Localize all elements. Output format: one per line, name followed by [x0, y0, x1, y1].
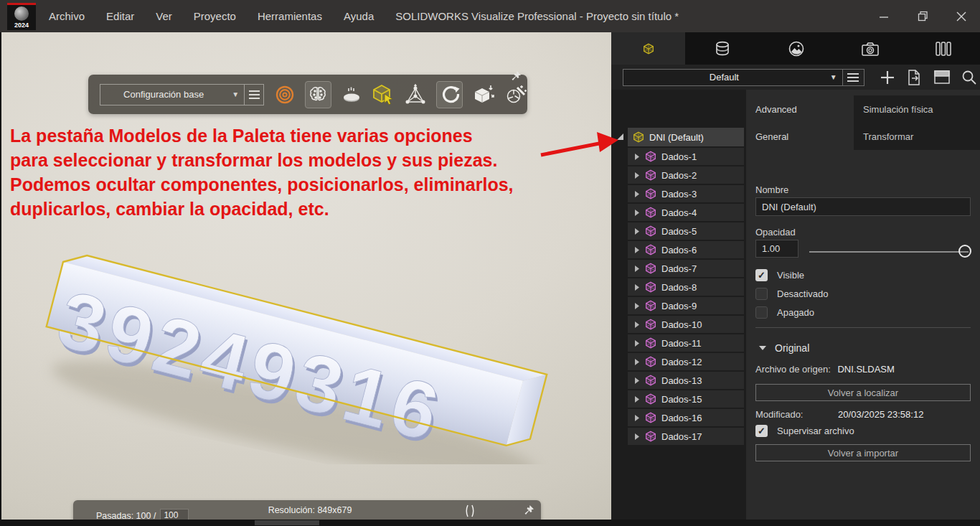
toolbar-pin-icon[interactable] [510, 70, 522, 82]
tree-item-dados-5[interactable]: Dados-5 [628, 222, 744, 240]
visible-checkbox[interactable]: ✓ [755, 269, 768, 281]
name-input[interactable]: DNI (Default) [755, 197, 971, 216]
annotation-text: La pestaña Modelos de la Paleta tiene va… [10, 123, 514, 221]
tree-item-dados-2[interactable]: Dados-2 [628, 166, 744, 184]
expander-icon[interactable] [634, 339, 640, 347]
expander-icon[interactable] [634, 321, 640, 329]
monitor-file-checkbox[interactable]: ✓ [755, 425, 768, 437]
tab-general[interactable]: General [746, 123, 854, 150]
scrollbar-thumb[interactable] [255, 520, 319, 525]
expander-icon[interactable] [634, 377, 640, 385]
tree-item-dados-6[interactable]: Dados-6 [628, 241, 744, 258]
config-menu-button[interactable] [245, 84, 264, 105]
expander-icon[interactable] [634, 414, 640, 422]
tab-options[interactable] [906, 32, 980, 65]
relocate-button[interactable]: Volver a localizar [755, 384, 971, 401]
tab-models[interactable] [611, 32, 685, 65]
model-select-icon[interactable] [372, 83, 395, 106]
expander-icon[interactable] [634, 433, 640, 441]
expander-icon[interactable] [634, 358, 640, 366]
opacity-slider-handle[interactable] [958, 245, 971, 258]
search-button[interactable] [958, 67, 980, 88]
preset-dropdown[interactable]: Default ▼ [623, 69, 843, 86]
tab-transformar[interactable]: Transformar [854, 123, 980, 150]
tree-item-dados-7[interactable]: Dados-7 [628, 260, 744, 277]
visible-row: ✓ Visible [755, 269, 804, 281]
expander-icon[interactable] [634, 172, 640, 179]
preset-menu-button[interactable] [843, 69, 864, 86]
export-button[interactable] [904, 67, 925, 88]
reimport-button[interactable]: Volver a importar [755, 444, 971, 461]
tree-item-dados-10[interactable]: Dados-10 [628, 316, 744, 333]
tree-item-dados-8[interactable]: Dados-8 [628, 278, 744, 296]
add-button[interactable] [877, 67, 899, 88]
annotation-line-4: duplicarlos, cambiar la opacidad, etc. [10, 197, 514, 221]
status-pin-icon[interactable] [523, 504, 534, 516]
desactivado-checkbox[interactable] [755, 288, 768, 300]
tree-item-label: Dados-2 [661, 170, 697, 181]
menu-herramientas[interactable]: Herramientas [258, 10, 322, 22]
rotate-active-box[interactable] [436, 81, 463, 108]
menu-editar[interactable]: Editar [106, 10, 134, 22]
split-view-button[interactable] [931, 67, 953, 88]
camera-effects-icon[interactable] [504, 83, 527, 106]
turntable-icon[interactable] [341, 83, 363, 106]
opacity-slider[interactable] [809, 251, 969, 253]
expander-icon[interactable] [634, 395, 640, 403]
expander-icon[interactable] [634, 153, 640, 161]
tab-simulacion-fisica[interactable]: Simulación física [854, 95, 980, 123]
tab-advanced[interactable]: Advanced [746, 95, 854, 123]
expander-icon[interactable] [634, 246, 640, 254]
pivot-icon[interactable] [404, 83, 427, 106]
passes-input[interactable]: 100 [160, 509, 189, 520]
denoiser-active-box[interactable] [305, 81, 331, 108]
expander-icon[interactable] [634, 283, 640, 291]
part-cube-icon [645, 356, 656, 367]
render-viewport[interactable]: 39249316 39249316 Configuración base ▼ [0, 32, 611, 520]
tree-item-dados-1[interactable]: Dados-1 [628, 148, 744, 165]
tree-item-dados-3[interactable]: Dados-3 [628, 185, 744, 202]
tree-item-root[interactable]: DNI (Default) [628, 128, 744, 146]
tab-environments[interactable] [759, 32, 833, 65]
horizontal-scrollbar[interactable] [0, 520, 980, 526]
tree-item-dados-9[interactable]: Dados-9 [628, 297, 744, 314]
expander-icon[interactable] [634, 302, 640, 310]
expander-icon[interactable] [634, 227, 640, 235]
tree-item-dados-15[interactable]: Dados-15 [628, 390, 744, 408]
restore-button[interactable] [908, 4, 937, 29]
part-cube-icon [645, 300, 656, 311]
tab-cameras[interactable] [833, 32, 907, 65]
chevron-down-icon: ▼ [825, 73, 842, 81]
render-target-icon[interactable] [273, 83, 296, 106]
part-cube-icon [645, 188, 656, 199]
part-cube-icon [645, 244, 656, 255]
tree-item-dados-11[interactable]: Dados-11 [628, 334, 744, 352]
model-dni-bar[interactable]: 39249316 39249316 [22, 227, 574, 464]
tab-appearances[interactable] [685, 32, 759, 65]
part-cube-icon [645, 281, 656, 293]
opacity-label: Opacidad [755, 227, 796, 238]
expander-icon[interactable] [634, 265, 640, 273]
tree-item-dados-12[interactable]: Dados-12 [628, 353, 744, 370]
expander-icon[interactable] [634, 209, 640, 217]
minimize-button[interactable] [870, 4, 898, 29]
part-cube-icon [645, 151, 656, 162]
tree-item-dados-17[interactable]: Dados-17 [628, 428, 744, 445]
close-button[interactable] [947, 4, 976, 29]
part-cube-icon [645, 431, 656, 442]
menu-proyecto[interactable]: Proyecto [194, 10, 236, 22]
expander-icon[interactable] [634, 190, 640, 198]
apagado-checkbox[interactable] [755, 306, 768, 319]
root-expander-icon[interactable] [616, 133, 624, 141]
transform-cube-icon[interactable] [472, 83, 495, 106]
tree-item-dados-13[interactable]: Dados-13 [628, 372, 744, 389]
tree-item-dados-4[interactable]: Dados-4 [628, 204, 744, 221]
menu-ayuda[interactable]: Ayuda [344, 10, 374, 22]
menu-ver[interactable]: Ver [156, 10, 172, 22]
opacity-input[interactable]: 1.00 [755, 240, 798, 258]
tree-item-label: Dados-10 [661, 319, 702, 330]
config-preset-dropdown[interactable]: Configuración base ▼ [100, 84, 245, 105]
menu-archivo[interactable]: Archivo [49, 10, 85, 22]
tree-item-dados-16[interactable]: Dados-16 [628, 409, 744, 426]
original-section-header[interactable]: Original [759, 342, 809, 354]
